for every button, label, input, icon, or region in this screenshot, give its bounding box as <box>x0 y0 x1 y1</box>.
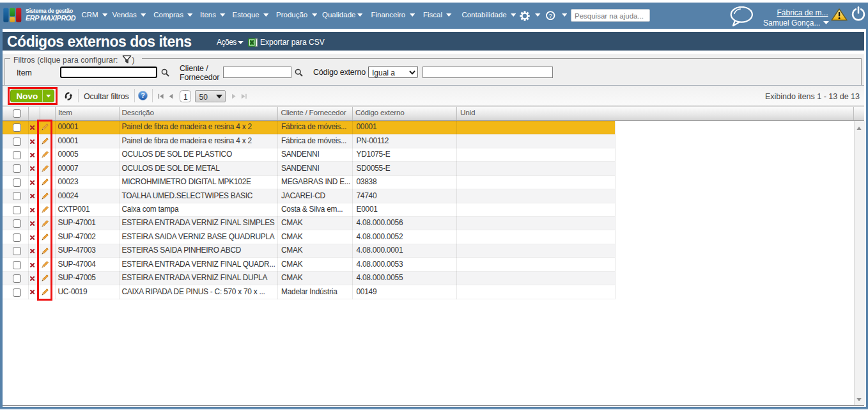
svg-text:?: ? <box>141 92 144 99</box>
svg-text:?: ? <box>549 12 552 19</box>
